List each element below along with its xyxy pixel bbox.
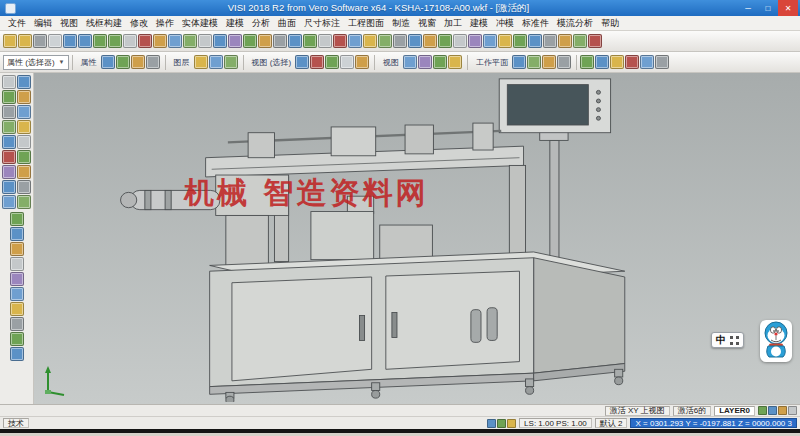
- toolbar-icon[interactable]: [146, 55, 160, 69]
- toolbar-icon[interactable]: [78, 34, 92, 48]
- menu-item[interactable]: 修改: [126, 17, 152, 30]
- menu-item[interactable]: 操作: [152, 17, 178, 30]
- menu-item[interactable]: 建模: [466, 17, 492, 30]
- menu-item[interactable]: 工程图面: [344, 17, 388, 30]
- sidebar-tool-icon[interactable]: [2, 75, 16, 89]
- toolbar-icon[interactable]: [48, 34, 62, 48]
- minimize-button[interactable]: ─: [738, 0, 758, 16]
- toolbar-icon[interactable]: [131, 55, 145, 69]
- status-icon[interactable]: [758, 406, 767, 415]
- toolbar-icon[interactable]: [258, 34, 272, 48]
- tech-label[interactable]: 技术: [3, 418, 29, 428]
- menu-item[interactable]: 冲模: [492, 17, 518, 30]
- toolbar-icon[interactable]: [273, 34, 287, 48]
- toolbar-icon[interactable]: [228, 34, 242, 48]
- toolbar-icon[interactable]: [483, 34, 497, 48]
- menu-item[interactable]: 曲面: [274, 17, 300, 30]
- toolbar-icon[interactable]: [355, 55, 369, 69]
- sidebar-tool-icon[interactable]: [10, 227, 24, 241]
- toolbar-icon[interactable]: [198, 34, 212, 48]
- sidebar-tool-icon[interactable]: [17, 150, 31, 164]
- toolbar-icon[interactable]: [3, 34, 17, 48]
- sidebar-tool-icon[interactable]: [2, 90, 16, 104]
- menu-item[interactable]: 加工: [440, 17, 466, 30]
- sidebar-tool-icon[interactable]: [10, 272, 24, 286]
- toolbar-icon[interactable]: [340, 55, 354, 69]
- toolbar-icon[interactable]: [543, 34, 557, 48]
- toolbar-icon[interactable]: [363, 34, 377, 48]
- cad-viewport[interactable]: 机械 智造资料网 中: [34, 73, 800, 404]
- toolbar-icon[interactable]: [573, 34, 587, 48]
- sidebar-tool-icon[interactable]: [10, 347, 24, 361]
- sidebar-tool-icon[interactable]: [10, 317, 24, 331]
- toolbar-icon[interactable]: [403, 55, 417, 69]
- toolbar-icon[interactable]: [588, 34, 602, 48]
- toolbar-icon[interactable]: [498, 34, 512, 48]
- toolbar-icon[interactable]: [194, 55, 208, 69]
- close-button[interactable]: ✕: [778, 0, 798, 16]
- status-icon[interactable]: [487, 419, 496, 428]
- toolbar-icon[interactable]: [108, 34, 122, 48]
- sidebar-tool-icon[interactable]: [17, 135, 31, 149]
- status-icon[interactable]: [768, 406, 777, 415]
- sidebar-tool-icon[interactable]: [2, 135, 16, 149]
- toolbar-icon[interactable]: [243, 34, 257, 48]
- sidebar-tool-icon[interactable]: [10, 242, 24, 256]
- toolbar-icon[interactable]: [138, 34, 152, 48]
- toolbar-icon[interactable]: [408, 34, 422, 48]
- menu-item[interactable]: 建模: [222, 17, 248, 30]
- toolbar-icon[interactable]: [183, 34, 197, 48]
- sidebar-tool-icon[interactable]: [10, 287, 24, 301]
- sidebar-tool-icon[interactable]: [17, 105, 31, 119]
- default-profile-label[interactable]: 默认 2: [595, 418, 628, 428]
- toolbar-icon[interactable]: [348, 34, 362, 48]
- toolbar-icon[interactable]: [325, 55, 339, 69]
- status-icon[interactable]: [778, 406, 787, 415]
- toolbar-icon[interactable]: [209, 55, 223, 69]
- toolbar-icon[interactable]: [433, 55, 447, 69]
- sidebar-tool-icon[interactable]: [17, 165, 31, 179]
- toolbar-icon[interactable]: [318, 34, 332, 48]
- toolbar-icon[interactable]: [378, 34, 392, 48]
- active-layer-badge[interactable]: LAYER0: [714, 406, 755, 416]
- toolbar-icon[interactable]: [295, 55, 309, 69]
- sidebar-tool-icon[interactable]: [2, 195, 16, 209]
- toolbar-icon[interactable]: [438, 34, 452, 48]
- toolbar-icon[interactable]: [423, 34, 437, 48]
- sidebar-tool-icon[interactable]: [2, 150, 16, 164]
- sidebar-tool-icon[interactable]: [2, 165, 16, 179]
- toolbar-icon[interactable]: [655, 55, 669, 69]
- cad-model-machine[interactable]: [76, 75, 724, 402]
- toolbar-icon[interactable]: [168, 34, 182, 48]
- sidebar-tool-icon[interactable]: [2, 105, 16, 119]
- view-number-label[interactable]: 激活6的: [673, 406, 711, 416]
- sidebar-tool-icon[interactable]: [17, 180, 31, 194]
- sidebar-tool-icon[interactable]: [17, 90, 31, 104]
- menu-item[interactable]: 分析: [248, 17, 274, 30]
- toolbar-icon[interactable]: [610, 55, 624, 69]
- toolbar-icon[interactable]: [468, 34, 482, 48]
- menu-item[interactable]: 视窗: [414, 17, 440, 30]
- toolbar-icon[interactable]: [527, 55, 541, 69]
- sidebar-tool-icon[interactable]: [17, 120, 31, 134]
- menu-item[interactable]: 制造: [388, 17, 414, 30]
- toolbar-icon[interactable]: [303, 34, 317, 48]
- toolbar-icon[interactable]: [557, 55, 571, 69]
- toolbar-icon[interactable]: [153, 34, 167, 48]
- sidebar-tool-icon[interactable]: [10, 302, 24, 316]
- sidebar-tool-icon[interactable]: [2, 180, 16, 194]
- menu-item[interactable]: 模流分析: [553, 17, 597, 30]
- status-icon[interactable]: [507, 419, 516, 428]
- toolbar-icon[interactable]: [213, 34, 227, 48]
- toolbar-icon[interactable]: [333, 34, 347, 48]
- toolbar-icon[interactable]: [310, 55, 324, 69]
- menu-item[interactable]: 尺寸标注: [300, 17, 344, 30]
- toolbar-icon[interactable]: [116, 55, 130, 69]
- toolbar-icon[interactable]: [18, 34, 32, 48]
- toolbar-icon[interactable]: [528, 34, 542, 48]
- sidebar-tool-icon[interactable]: [17, 195, 31, 209]
- toolbar-icon[interactable]: [453, 34, 467, 48]
- toolbar-icon[interactable]: [63, 34, 77, 48]
- ime-menu-icon[interactable]: [730, 336, 739, 345]
- toolbar-icon[interactable]: [33, 34, 47, 48]
